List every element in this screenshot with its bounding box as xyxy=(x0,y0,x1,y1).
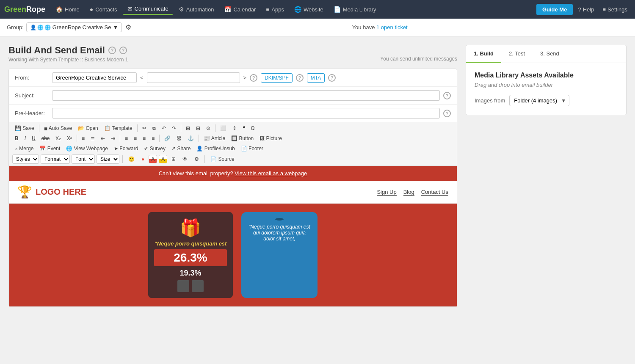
undo-button[interactable]: ↶ xyxy=(159,124,168,132)
color-wheel-button[interactable]: ● xyxy=(139,155,147,163)
copy-button[interactable]: ⧉ xyxy=(150,124,158,132)
article-button[interactable]: 📰 Article xyxy=(201,134,228,143)
align-center-button[interactable]: ≡ xyxy=(131,134,139,143)
tab-test[interactable]: 2. Test xyxy=(501,45,533,63)
settings-nav-item[interactable]: ≡ Settings xyxy=(599,5,631,14)
preheader-input[interactable] xyxy=(52,108,440,119)
group-icons: 👤 🌐 🌐 xyxy=(30,25,51,30)
table2-button[interactable]: ⊞ xyxy=(169,155,178,163)
table-button[interactable]: ⬜ xyxy=(218,124,229,132)
preview-button[interactable]: 👁 xyxy=(180,155,190,163)
nav-home[interactable]: 🏠 Home xyxy=(51,4,84,14)
settings2-button[interactable]: ⚙ xyxy=(192,155,202,163)
logo-here-text: LOGO HERE xyxy=(36,187,86,197)
align-left-button[interactable]: ≡ xyxy=(122,134,130,143)
open-ticket-link[interactable]: 1 xyxy=(376,24,379,30)
group-selector[interactable]: 👤 🌐 🌐 GreenRope Creative Se ▼ xyxy=(26,22,122,32)
help-icon-title-2[interactable]: ? xyxy=(119,47,127,54)
special-chars-button[interactable]: Ω xyxy=(248,124,257,132)
open-button[interactable]: 📂 Open xyxy=(75,124,101,132)
link-button[interactable]: 🔗 xyxy=(162,134,173,143)
anchor-button[interactable]: ⚓ xyxy=(185,134,196,143)
help-icon-title-1[interactable]: ? xyxy=(108,47,116,54)
from-name-input[interactable] xyxy=(52,72,137,83)
guide-me-button[interactable]: Guide Me xyxy=(536,4,573,15)
source-button[interactable]: 📄 Source xyxy=(208,155,237,163)
tab-build[interactable]: 1. Build xyxy=(466,45,501,63)
open-ticket-link-text[interactable]: open ticket xyxy=(381,24,408,30)
save-button[interactable]: 💾 Save xyxy=(12,124,37,132)
left-panel: Build And Send Email ? ? Working With Sy… xyxy=(8,45,457,307)
format-select[interactable]: Format xyxy=(41,154,70,164)
footer-button[interactable]: 📄 Footer xyxy=(238,144,266,153)
mta-button[interactable]: MTA xyxy=(307,73,325,83)
underline-button[interactable]: U xyxy=(29,134,38,143)
cut-button[interactable]: ✂ xyxy=(140,124,149,132)
sub-bar: Group: 👤 🌐 🌐 GreenRope Creative Se ▼ ⚙ Y… xyxy=(0,19,635,36)
mta-help-icon[interactable]: ? xyxy=(328,74,336,82)
from-help-icon[interactable]: ? xyxy=(250,74,257,82)
quote-button[interactable]: ❝ xyxy=(240,124,248,132)
subscript-button[interactable]: X₂ xyxy=(53,134,64,143)
contact-us-link[interactable]: Contact Us xyxy=(421,189,448,196)
columns-button[interactable]: ⊞ xyxy=(183,124,193,132)
folder-select[interactable]: Folder (4 images) xyxy=(509,95,569,106)
bold-button[interactable]: B xyxy=(12,134,21,143)
nav-media-library[interactable]: 📄 Media Library xyxy=(329,4,381,14)
nav-apps[interactable]: ≡ Apps xyxy=(262,4,288,14)
size-select[interactable]: Size xyxy=(97,154,119,164)
share-button[interactable]: ↗ Share xyxy=(169,144,193,153)
font-color-button[interactable]: A xyxy=(149,155,157,163)
nav-calendar[interactable]: 📅 Calendar xyxy=(220,4,260,14)
signup-link[interactable]: Sign Up xyxy=(377,189,396,196)
autosave-button[interactable]: ◼ Auto Save xyxy=(41,124,75,132)
merge-button[interactable]: ⬦ Merge xyxy=(12,144,36,153)
subject-help-icon[interactable]: ? xyxy=(443,92,451,99)
communicate-icon: ✉ xyxy=(127,6,133,12)
from-email-input[interactable] xyxy=(147,72,240,83)
highlight-button[interactable]: A xyxy=(159,155,167,163)
ordered-list-button[interactable]: ≡ xyxy=(79,134,87,143)
superscript-button[interactable]: X² xyxy=(64,134,75,143)
logo[interactable]: GreenRope xyxy=(4,5,45,14)
emoji-button[interactable]: 🙂 xyxy=(126,155,137,163)
nav-automation[interactable]: ⚙ Automation xyxy=(174,4,218,14)
subject-input[interactable] xyxy=(52,90,440,101)
blog-link[interactable]: Blog xyxy=(403,189,414,196)
styles-select[interactable]: Styles xyxy=(12,154,39,164)
redo-button[interactable]: ↷ xyxy=(169,124,179,132)
home-icon: 🏠 xyxy=(55,6,63,13)
unlink-button[interactable]: ⛓ xyxy=(174,134,184,143)
dkim-help-icon[interactable]: ? xyxy=(296,74,304,82)
template-button[interactable]: 📋 Template xyxy=(102,124,135,132)
outdent-button[interactable]: ⇤ xyxy=(98,134,108,143)
indent-button[interactable]: ⇥ xyxy=(108,134,118,143)
toolbar-sep-7 xyxy=(159,135,160,142)
help-nav-item[interactable]: ? Help xyxy=(574,5,597,14)
event-button[interactable]: 📅 Event xyxy=(37,144,63,153)
rows-button[interactable]: ⊟ xyxy=(193,124,203,132)
group-settings-button[interactable]: ⚙ xyxy=(125,23,131,31)
dkim-button[interactable]: DKIM/SPF xyxy=(261,73,293,83)
resize-button[interactable]: ⇕ xyxy=(230,124,239,132)
preheader-help-icon[interactable]: ? xyxy=(443,110,451,117)
view-webpage-button[interactable]: 🌐 View Webpage xyxy=(64,144,110,153)
profile-unsub-button[interactable]: 👤 Profile/Unsub xyxy=(194,144,237,153)
nav-website[interactable]: 🌐 Website xyxy=(290,4,328,14)
view-as-webpage-link[interactable]: View this email as a webpage xyxy=(235,170,307,176)
nav-contacts[interactable]: ● Contacts xyxy=(86,4,121,14)
forward-button[interactable]: ➤ Forward xyxy=(111,144,141,153)
italic-button[interactable]: I xyxy=(22,134,28,143)
unordered-list-button[interactable]: ≣ xyxy=(88,134,97,143)
align-justify-button[interactable]: ≡ xyxy=(149,134,157,143)
align-right-button[interactable]: ≡ xyxy=(140,134,148,143)
button-element-button[interactable]: 🔲 Button xyxy=(229,134,256,143)
nav-communicate[interactable]: ✉ Communicate xyxy=(123,4,173,15)
top-navigation: GreenRope 🏠 Home ● Contacts ✉ Communicat… xyxy=(0,0,635,19)
tab-send[interactable]: 3. Send xyxy=(533,45,567,63)
survey-button[interactable]: ✔ Survey xyxy=(141,144,168,153)
picture-button[interactable]: 🖼 Picture xyxy=(257,134,284,143)
font-select[interactable]: Font xyxy=(72,154,95,164)
strikethrough-button[interactable]: abc xyxy=(39,134,52,143)
block-button[interactable]: ⊘ xyxy=(204,124,213,132)
